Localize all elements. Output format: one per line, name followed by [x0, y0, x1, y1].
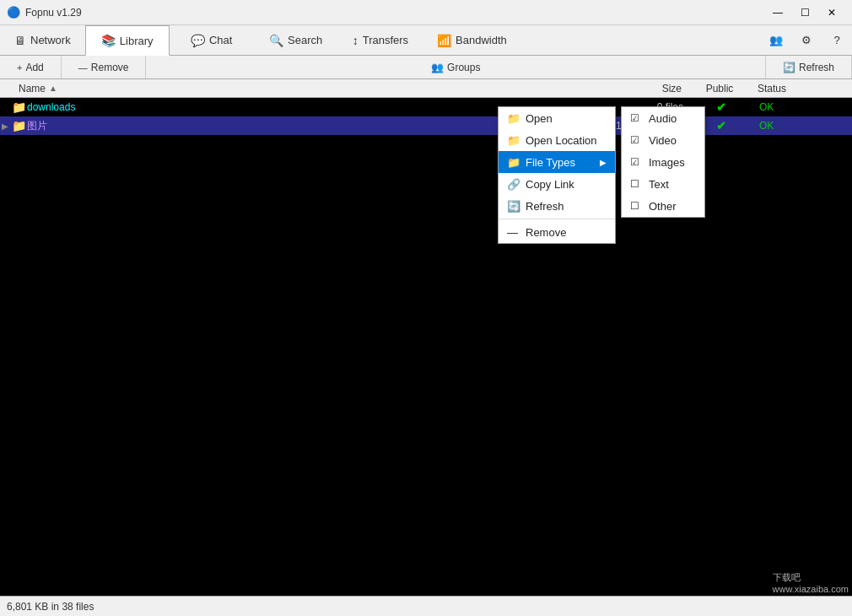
minimize-button[interactable]: — [764, 0, 791, 25]
add-icon: + [17, 62, 22, 73]
submenu-arrow-icon: ▶ [600, 158, 607, 167]
nav-transfers[interactable]: ↕ Transfers [338, 25, 423, 55]
sub-audio[interactable]: ☑ Audio [622, 107, 704, 129]
sort-arrow-icon: ▲ [49, 84, 57, 93]
toolbar: + Add — Remove 👥 Groups 🔄 Refresh [0, 56, 852, 79]
table-row[interactable]: ▶ 📁 图片 6,801 KB in 38 files ✔ OK [0, 116, 852, 135]
settings-button[interactable]: ⚙ [791, 25, 822, 55]
remove-label: Remove [91, 62, 129, 73]
check-icon: ✔ [716, 100, 726, 114]
ctx-file-types[interactable]: 📁 File Types ▶ [499, 151, 615, 173]
col-size-header[interactable]: Size [572, 83, 690, 95]
chat-icon: 💬 [191, 34, 205, 47]
watermark: 下载吧 www.xiazaiba.com [773, 571, 849, 594]
col-public-header[interactable]: Public [690, 83, 749, 95]
help-button[interactable]: ? [822, 25, 852, 55]
col-status-label: Status [758, 83, 786, 95]
sub-video-label: Video [649, 134, 677, 147]
table-row[interactable]: 📁 downloads 0 files ✔ OK [0, 98, 852, 116]
col-status-header[interactable]: Status [749, 83, 850, 95]
folder-icon: 📁 [12, 100, 27, 114]
window-controls: — ☐ ✕ [764, 0, 845, 25]
remove-icon: — [78, 62, 88, 73]
refresh-label: Refresh [799, 62, 834, 73]
add-button[interactable]: + Add [0, 56, 62, 78]
ctx-separator [499, 219, 615, 219]
refresh-ctx-icon: 🔄 [507, 200, 520, 213]
file-types-submenu: ☑ Audio ☑ Video ☑ Images ☐ Text ☐ Other [621, 106, 705, 218]
groups-icon: 👥 [431, 62, 444, 73]
ctx-open-location-label: Open Location [526, 134, 597, 147]
col-public-label: Public [706, 83, 734, 95]
ctx-file-types-label: File Types [526, 156, 575, 169]
groups-label: Groups [447, 62, 480, 73]
ctx-remove[interactable]: — Remove [499, 221, 615, 243]
folder-icon: 📁 [12, 119, 27, 132]
nav-chat-label: Chat [209, 34, 232, 46]
sub-audio-label: Audio [649, 112, 677, 125]
bandwidth-icon: 📶 [437, 34, 451, 47]
context-menu: 📁 Open 📁 Open Location 📁 File Types ▶ 🔗 … [498, 106, 616, 244]
nav-bandwidth-label: Bandwidth [456, 34, 507, 46]
ctx-open-location[interactable]: 📁 Open Location [499, 129, 615, 151]
ctx-copy-link-label: Copy Link [526, 178, 574, 191]
nav-search[interactable]: 🔍 Search [254, 25, 338, 55]
ctx-refresh[interactable]: 🔄 Refresh [499, 195, 615, 217]
app-icon: 🔵 [7, 6, 20, 19]
file-status: OK [751, 101, 852, 113]
watermark-url: www.xiazaiba.com [773, 584, 849, 594]
ctx-copy-link[interactable]: 🔗 Copy Link [499, 173, 615, 195]
refresh-button[interactable]: 🔄 Refresh [766, 56, 852, 78]
nav-transfers-label: Transfers [363, 34, 408, 46]
column-header: Name ▲ Size Public Status [0, 79, 852, 98]
sub-other[interactable]: ☐ Other [622, 195, 704, 217]
nav-library[interactable]: 📚 Library [85, 25, 170, 56]
nav-network-label: Network [30, 34, 71, 46]
sub-images-label: Images [649, 156, 685, 169]
images-check-icon: ☑ [630, 156, 644, 168]
open-folder-icon: 📁 [507, 112, 520, 125]
file-name: 图片 [27, 119, 574, 133]
content-area: 📁 downloads 0 files ✔ OK ▶ 📁 图片 6,801 KB… [0, 98, 852, 596]
col-name-label: Name [19, 83, 46, 95]
gear-icon: ⚙ [801, 34, 812, 46]
col-name-header[interactable]: Name ▲ [2, 83, 572, 95]
status-text: 6,801 KB in 38 files [7, 601, 94, 613]
add-label: Add [25, 62, 43, 73]
refresh-icon: 🔄 [783, 62, 795, 73]
nav-network[interactable]: 🖥 Network [0, 25, 85, 55]
sub-other-label: Other [649, 200, 677, 213]
users-icon: 👥 [769, 34, 783, 46]
network-icon: 🖥 [14, 34, 26, 47]
close-button[interactable]: ✕ [818, 0, 845, 25]
remove-ctx-icon: — [507, 226, 520, 239]
help-icon: ? [833, 34, 839, 46]
search-icon: 🔍 [269, 34, 283, 47]
maximize-button[interactable]: ☐ [791, 0, 818, 25]
ctx-refresh-label: Refresh [526, 200, 564, 213]
app-title: Fopnu v1.29 [25, 7, 764, 19]
remove-button[interactable]: — Remove [62, 56, 147, 78]
video-check-icon: ☑ [630, 134, 644, 146]
sub-video[interactable]: ☑ Video [622, 129, 704, 151]
title-bar: 🔵 Fopnu v1.29 — ☐ ✕ [0, 0, 852, 25]
users-button[interactable]: 👥 [761, 25, 791, 55]
ctx-remove-label: Remove [526, 226, 566, 239]
ctx-open[interactable]: 📁 Open [499, 107, 615, 129]
open-location-folder-icon: 📁 [507, 134, 520, 147]
nav-bandwidth[interactable]: 📶 Bandwidth [423, 25, 521, 55]
sub-text-label: Text [649, 178, 669, 191]
file-status: OK [751, 120, 852, 132]
check-icon: ✔ [716, 119, 726, 132]
text-check-icon: ☐ [630, 178, 644, 190]
sub-text[interactable]: ☐ Text [622, 173, 704, 195]
nav-chat[interactable]: 💬 Chat [170, 25, 254, 55]
groups-button[interactable]: 👥 Groups [146, 56, 765, 78]
sub-images[interactable]: ☑ Images [622, 151, 704, 173]
file-name: downloads [27, 101, 574, 113]
nav-library-label: Library [120, 35, 154, 47]
link-icon: 🔗 [507, 178, 520, 191]
other-check-icon: ☐ [630, 200, 644, 212]
watermark-text: 下载吧 [773, 571, 849, 584]
library-icon: 📚 [101, 34, 116, 47]
